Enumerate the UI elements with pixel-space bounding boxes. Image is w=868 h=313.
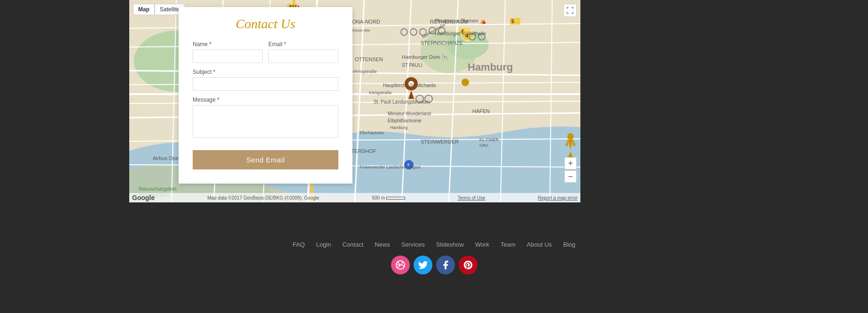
map-attribution: Google Map data ©2017 GeoBasis-DE/BKG (©… <box>129 193 580 202</box>
svg-text:Naturschutzgebiet: Naturschutzgebiet <box>139 186 177 192</box>
footer-nav-contact[interactable]: Contact <box>342 241 363 248</box>
svg-text:KL-FINER: KL-FINER <box>479 137 499 142</box>
google-logo: Google <box>132 194 155 201</box>
scale-text: 500 m <box>372 195 405 201</box>
message-input[interactable] <box>193 105 338 138</box>
contact-form: Contact Us Name * Email * Subject * Mess… <box>179 7 352 184</box>
facebook-icon[interactable] <box>436 256 455 274</box>
footer-nav-team[interactable]: Team <box>500 241 516 248</box>
send-email-button[interactable]: Send Email <box>193 150 338 169</box>
footer-nav-slideshow[interactable]: Slideshow <box>436 241 464 248</box>
svg-text:Königstraße: Königstraße <box>369 90 392 95</box>
svg-text:STERNSCHANZE: STERNSCHANZE <box>421 40 463 46</box>
name-field-group: Name * <box>193 41 263 63</box>
svg-text:GRA: GRA <box>479 143 489 148</box>
name-email-row: Name * Email * <box>193 41 338 63</box>
zoom-out-button[interactable]: − <box>564 170 577 183</box>
footer-nav-news[interactable]: News <box>375 241 390 248</box>
map-type-controls: Map Satellite <box>133 4 185 15</box>
svg-text:Miniatur Wunderland: Miniatur Wunderland <box>388 111 431 116</box>
subject-row: Subject * <box>193 69 338 91</box>
svg-text:Hamburg: Hamburg <box>468 61 513 73</box>
svg-text:Elbphilharmonie: Elbphilharmonie <box>388 118 422 123</box>
svg-text:5: 5 <box>511 18 514 24</box>
name-label: Name * <box>193 41 263 48</box>
name-input[interactable] <box>193 49 263 63</box>
svg-text:ST PAULI: ST PAULI <box>402 63 422 68</box>
svg-text:HAFEN: HAFEN <box>472 108 490 114</box>
report-map-error-link[interactable]: Report a map error <box>538 195 577 201</box>
svg-point-78 <box>567 133 574 140</box>
map-view-button[interactable]: Map <box>133 4 155 15</box>
email-input[interactable] <box>268 49 338 63</box>
twitter-icon[interactable] <box>414 256 432 274</box>
footer-social-icons <box>391 256 477 274</box>
message-field-group: Message * <box>193 96 338 138</box>
contact-form-title: Contact Us <box>193 16 338 32</box>
svg-text:STEINWERDER: STEINWERDER <box>421 139 459 144</box>
message-label: Message * <box>193 96 338 103</box>
map-zoom-controls: + − <box>564 157 577 184</box>
svg-text:Hamburg: Hamburg <box>390 125 407 130</box>
svg-text:Elbchaussee: Elbchaussee <box>360 130 384 135</box>
message-row: Message * <box>193 96 338 138</box>
email-label: Email * <box>268 41 338 48</box>
footer-nav-services[interactable]: Services <box>401 241 425 248</box>
street-view-pegman[interactable] <box>564 133 577 157</box>
footer-nav-login[interactable]: Login <box>316 241 331 248</box>
footer-navigation: FAQ Login Contact News Services Slidesho… <box>293 241 576 248</box>
footer-nav-about[interactable]: About Us <box>527 241 552 248</box>
svg-point-75 <box>461 79 469 86</box>
terms-of-use-link[interactable]: Terms of Use <box>458 195 485 201</box>
map-fullscreen-button[interactable] <box>563 4 577 17</box>
email-field-group: Email * <box>268 41 338 63</box>
subject-label: Subject * <box>193 69 338 75</box>
footer-nav-blog[interactable]: Blog <box>563 241 575 248</box>
subject-field-group: Subject * <box>193 69 338 91</box>
map-data-text: Map data ©2017 GeoBasis-DE/BKG (©2009), … <box>207 195 319 201</box>
svg-text:Hauptkirche St. Michaelis: Hauptkirche St. Michaelis <box>383 83 436 88</box>
subject-input[interactable] <box>193 77 338 91</box>
dribbble-icon[interactable] <box>391 256 410 274</box>
zoom-in-button[interactable]: + <box>564 157 577 169</box>
svg-text:Behringstraße: Behringstraße <box>350 69 377 74</box>
footer-nav-faq[interactable]: FAQ <box>293 241 305 248</box>
footer-nav-work[interactable]: Work <box>475 241 489 248</box>
svg-text:Finkenwerder Landscheidungsst: Finkenwerder Landscheidungsst <box>360 165 421 169</box>
svg-text:OTTENSEN: OTTENSEN <box>355 56 383 62</box>
pinterest-icon[interactable] <box>459 256 477 274</box>
footer: FAQ Login Contact News Services Slidesho… <box>0 202 868 313</box>
svg-text:Hamburger Dom 🎠: Hamburger Dom 🎠 <box>402 54 448 60</box>
